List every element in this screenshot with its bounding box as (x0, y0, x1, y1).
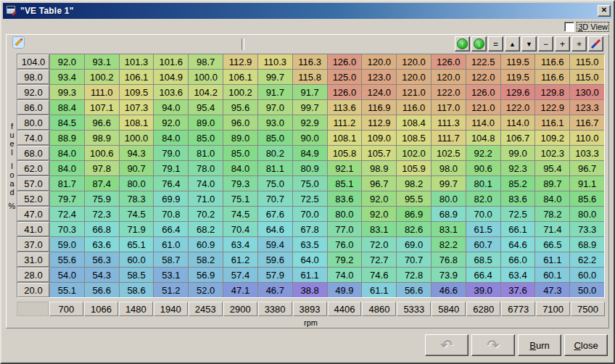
ve-cell[interactable]: 74.5 (120, 207, 154, 221)
ve-cell[interactable]: 109.2 (535, 131, 569, 145)
ve-cell[interactable]: 61.0 (154, 237, 188, 252)
ve-cell[interactable]: 76.4 (154, 176, 188, 191)
ve-cell[interactable]: 57.4 (223, 268, 257, 282)
rpm-header-cell[interactable]: 1940 (154, 302, 188, 316)
ve-cell[interactable]: 103.3 (570, 146, 604, 160)
ve-cell[interactable]: 56.3 (85, 252, 119, 267)
ve-cell[interactable]: 60.0 (570, 268, 604, 282)
ve-cell[interactable]: 38.8 (293, 283, 327, 297)
ve-cell[interactable]: 105.8 (328, 146, 362, 160)
ve-cell[interactable]: 79.3 (223, 176, 257, 191)
ve-cell[interactable]: 90.6 (466, 161, 500, 175)
ve-cell[interactable]: 81.0 (189, 146, 223, 160)
ve-cell[interactable]: 54.3 (85, 268, 119, 282)
ve-cell[interactable]: 126.0 (328, 54, 362, 69)
ve-cell[interactable]: 63.6 (85, 237, 119, 252)
ve-cell[interactable]: 111.7 (432, 131, 466, 145)
ve-cell[interactable]: 98.7 (189, 54, 223, 69)
load-header-cell[interactable]: 37.0 (17, 237, 49, 252)
set-equal-button[interactable]: = (488, 36, 503, 51)
ve-cell[interactable]: 124.0 (362, 85, 396, 99)
ve-cell[interactable]: 94.0 (154, 100, 188, 115)
ve-cell[interactable]: 126.0 (328, 85, 362, 99)
ve-cell[interactable]: 88.4 (50, 100, 84, 115)
load-header-cell[interactable]: 47.0 (17, 207, 49, 221)
rpm-header-cell[interactable]: 2453 (189, 302, 223, 316)
ve-cell[interactable]: 120.0 (432, 70, 466, 84)
ve-cell[interactable]: 114.0 (466, 115, 500, 130)
ve-cell[interactable]: 80.0 (328, 207, 362, 221)
ve-cell[interactable]: 76.8 (432, 252, 466, 267)
ve-cell[interactable]: 92.1 (328, 161, 362, 175)
ve-cell[interactable]: 102.5 (432, 146, 466, 160)
ve-cell[interactable]: 114.0 (501, 115, 535, 130)
ve-cell[interactable]: 85.2 (501, 176, 535, 191)
ve-cell[interactable]: 91.1 (570, 176, 604, 191)
ve-cell[interactable]: 80.0 (570, 207, 604, 221)
ve-cell[interactable]: 123.0 (362, 70, 396, 84)
ve-cell[interactable]: 63.5 (293, 237, 327, 252)
ve-cell[interactable]: 106.1 (120, 70, 154, 84)
ve-cell[interactable]: 115.8 (293, 70, 327, 84)
ve-cell[interactable]: 58.7 (154, 252, 188, 267)
ve-cell[interactable]: 84.0 (535, 191, 569, 206)
ve-cell[interactable]: 37.6 (501, 283, 535, 297)
ve-cell[interactable]: 100.2 (223, 85, 257, 99)
ve-cell[interactable]: 98.0 (432, 161, 466, 175)
ve-cell[interactable]: 82.0 (466, 191, 500, 206)
ve-cell[interactable]: 84.0 (154, 131, 188, 145)
ve-cell[interactable]: 105.7 (362, 146, 396, 160)
ve-cell[interactable]: 62.2 (570, 252, 604, 267)
ve-cell[interactable]: 68.9 (432, 207, 466, 221)
ve-cell[interactable]: 82.6 (397, 222, 431, 236)
ve-cell[interactable]: 55.6 (50, 252, 84, 267)
ve-cell[interactable]: 55.1 (50, 283, 84, 297)
ve-cell[interactable]: 56.6 (85, 283, 119, 297)
ve-cell[interactable]: 70.0 (466, 207, 500, 221)
ve-cell[interactable]: 116.7 (570, 115, 604, 130)
ve-cell[interactable]: 71.0 (189, 191, 223, 206)
ve-cell[interactable]: 123.3 (570, 100, 604, 115)
close-button[interactable]: Close (564, 334, 608, 356)
ve-cell[interactable]: 84.9 (293, 146, 327, 160)
rpm-header-cell[interactable]: 5333 (397, 302, 431, 316)
ve-cell[interactable]: 75.0 (293, 176, 327, 191)
ve-cell[interactable]: 92.9 (293, 115, 327, 130)
ve-cell[interactable]: 66.0 (501, 252, 535, 267)
ve-cell[interactable]: 96.7 (570, 161, 604, 175)
ve-cell[interactable]: 125.0 (328, 70, 362, 84)
ve-cell[interactable]: 89.0 (223, 131, 257, 145)
ve-cell[interactable]: 70.7 (258, 191, 292, 206)
edit-pencil-button[interactable] (588, 36, 603, 51)
rpm-header-cell[interactable]: 7500 (571, 302, 605, 316)
ve-cell[interactable]: 70.8 (154, 207, 188, 221)
ve-cell[interactable]: 87.4 (85, 176, 119, 191)
ve-cell[interactable]: 116.9 (362, 100, 396, 115)
ve-cell[interactable]: 116.6 (535, 54, 569, 69)
ve-cell[interactable]: 122.5 (466, 54, 500, 69)
ve-cell[interactable]: 85.0 (258, 131, 292, 145)
ve-cell[interactable]: 60.9 (189, 237, 223, 252)
ve-cell[interactable]: 70.3 (50, 222, 84, 236)
plus-button[interactable]: + (555, 36, 570, 51)
rpm-header-cell[interactable]: 1480 (119, 302, 153, 316)
ve-cell[interactable]: 120.0 (362, 54, 396, 69)
ve-cell[interactable]: 83.1 (362, 222, 396, 236)
load-header-cell[interactable]: 68.0 (17, 146, 49, 160)
ve-cell[interactable]: 72.4 (50, 207, 84, 221)
ve-cell[interactable]: 60.0 (120, 252, 154, 267)
ve-cell[interactable]: 92.0 (154, 115, 188, 130)
ve-cell[interactable]: 93.0 (258, 115, 292, 130)
scale-button[interactable]: ✳ (571, 36, 587, 51)
ve-cell[interactable]: 122.9 (535, 100, 569, 115)
ve-cell[interactable]: 79.0 (154, 146, 188, 160)
load-header-cell[interactable]: 74.0 (17, 131, 49, 145)
ve-cell[interactable]: 78.0 (189, 161, 223, 175)
ve-cell[interactable]: 53.1 (154, 268, 188, 282)
ve-cell[interactable]: 100.2 (85, 70, 119, 84)
ve-cell[interactable]: 54.0 (50, 268, 84, 282)
rpm-header-cell[interactable]: 3380 (258, 302, 292, 316)
ve-cell[interactable]: 75.9 (85, 191, 119, 206)
ve-cell[interactable]: 97.8 (85, 161, 119, 175)
rpm-header-cell[interactable]: 5840 (432, 302, 466, 316)
